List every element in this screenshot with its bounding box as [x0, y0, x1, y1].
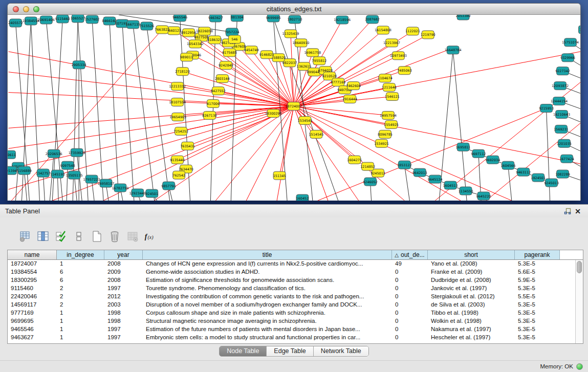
- graph-node[interactable]: 16210643: [553, 110, 570, 118]
- graph-node[interactable]: 10973493: [390, 52, 407, 60]
- table-cell[interactable]: 2: [57, 301, 104, 309]
- graph-node[interactable]: 1604566: [500, 161, 515, 169]
- table-cell[interactable]: Embryonic stem cells: a model to study s…: [143, 334, 392, 342]
- table-cell[interactable]: de Silva et al. (2003): [428, 301, 515, 309]
- table-cell[interactable]: 0: [392, 293, 428, 301]
- table-cell[interactable]: 5.3E-5: [515, 285, 560, 293]
- graph-node[interactable]: 12213967: [383, 39, 400, 47]
- graph-node[interactable]: 8267130: [202, 111, 217, 119]
- close-panel-icon[interactable]: ✕: [573, 207, 583, 216]
- delete-icon[interactable]: [108, 229, 121, 244]
- graph-node[interactable]: 1342757: [36, 169, 51, 177]
- table-cell[interactable]: 49: [392, 260, 428, 268]
- graph-node[interactable]: 151345: [273, 171, 286, 180]
- graph-node[interactable]: 11325419: [282, 30, 299, 38]
- graph-node[interactable]: 1554925: [384, 120, 399, 128]
- graph-node[interactable]: 1214852: [360, 162, 375, 170]
- table-cell[interactable]: 9115460: [8, 285, 57, 293]
- graph-node[interactable]: 14957594: [380, 111, 397, 119]
- graph-node[interactable]: 2405572: [8, 19, 23, 27]
- graph-node[interactable]: 1569231: [554, 125, 569, 133]
- graph-node[interactable]: 18300295: [265, 109, 282, 117]
- graph-node[interactable]: 8096785: [378, 130, 393, 138]
- table-cell[interactable]: Yano et al. (2008): [428, 260, 515, 268]
- table-cell[interactable]: Dudbridge et al. (2008): [428, 276, 515, 285]
- table-cell[interactable]: 1: [57, 334, 104, 342]
- table-cell[interactable]: 2: [57, 293, 104, 301]
- graph-node[interactable]: 1211646: [382, 83, 397, 92]
- graph-node[interactable]: 924501: [145, 189, 158, 198]
- table-cell[interactable]: 5.9E-5: [515, 276, 560, 285]
- graph-node[interactable]: 1145193: [50, 170, 65, 178]
- table-cell[interactable]: Disruption of a novel member of a sodium…: [143, 301, 392, 309]
- graph-node[interactable]: 9463627: [208, 15, 223, 22]
- table-cell[interactable]: 1: [57, 325, 104, 334]
- graph-node[interactable]: 9245013: [544, 179, 559, 187]
- graph-node[interactable]: 8427552: [211, 87, 226, 95]
- table-cell[interactable]: 0: [392, 334, 428, 342]
- graph-node[interactable]: 18724007: [286, 102, 302, 111]
- function-builder-icon[interactable]: f(x): [144, 229, 157, 244]
- graph-node[interactable]: 10543342: [187, 40, 204, 48]
- zoom-window-button[interactable]: [33, 6, 39, 12]
- graph-node[interactable]: 9135440: [170, 156, 185, 164]
- table-cell[interactable]: 5.3E-5: [515, 334, 560, 342]
- table-cell[interactable]: Genome-wide association studies in ADHD.: [143, 268, 392, 276]
- table-cell[interactable]: 2: [57, 285, 104, 293]
- table-cell[interactable]: 0: [392, 301, 428, 309]
- graph-node[interactable]: 9697112: [471, 149, 486, 158]
- rows-icon[interactable]: [72, 229, 85, 244]
- table-cell[interactable]: 2012: [104, 293, 143, 301]
- column-header-pagerank[interactable]: pagerank: [515, 250, 560, 259]
- graph-node[interactable]: 1219790: [421, 31, 435, 39]
- table-cell[interactable]: 0: [392, 325, 428, 334]
- table-cell[interactable]: Franke et al. (2009): [428, 268, 515, 276]
- column-header-short[interactable]: short: [428, 250, 515, 259]
- graph-node[interactable]: 9246052: [363, 178, 378, 186]
- graph-node[interactable]: 762542: [172, 171, 185, 179]
- scrollbar-thumb[interactable]: [577, 261, 582, 273]
- graph-node[interactable]: 1534921: [374, 139, 389, 147]
- graph-node[interactable]: 19654903: [169, 113, 186, 121]
- graph-node[interactable]: 1677424: [559, 155, 574, 163]
- select-rows-icon[interactable]: [54, 229, 68, 244]
- table-cell[interactable]: 2008: [104, 276, 143, 285]
- table-cell[interactable]: 5.3E-5: [515, 260, 560, 268]
- table-cell[interactable]: Stergiakouli et al. (2012): [428, 293, 515, 301]
- table-row[interactable]: 946554611997Estimation of the future num…: [8, 325, 575, 334]
- graph-node[interactable]: 7955812: [312, 57, 326, 65]
- table-row[interactable]: 1938455462009Genome-wide association stu…: [8, 268, 575, 276]
- table-cell[interactable]: Investigating the contribution of common…: [143, 293, 392, 301]
- graph-node[interactable]: 9777169: [331, 78, 345, 86]
- table-row[interactable]: 2242004622012Investigating the contribut…: [8, 293, 575, 301]
- table-cell[interactable]: 2009: [104, 268, 143, 276]
- table-cell[interactable]: 6: [57, 268, 104, 276]
- graph-node[interactable]: 18107554: [169, 98, 186, 106]
- graph-node[interactable]: 7254252: [173, 127, 188, 135]
- graph-node[interactable]: 2916444: [342, 95, 357, 103]
- table-cell[interactable]: 2003: [104, 301, 143, 309]
- graph-node[interactable]: 1527602: [85, 15, 100, 24]
- table-cell[interactable]: Nakamura et al. (1997): [428, 325, 515, 334]
- graph-node[interactable]: 9215953: [539, 104, 554, 113]
- graph-node[interactable]: 19384554: [23, 17, 39, 25]
- vertical-scrollbar[interactable]: [575, 260, 583, 343]
- table-cell[interactable]: 9463627: [8, 334, 57, 342]
- graph-node[interactable]: 8454749: [244, 46, 259, 54]
- table-cell[interactable]: 1998: [104, 309, 143, 317]
- table-cell[interactable]: 1: [57, 260, 104, 268]
- column-header-year[interactable]: year: [104, 250, 143, 259]
- graph-node[interactable]: 160452: [296, 194, 309, 201]
- graph-node[interactable]: 1082289: [555, 170, 570, 178]
- graph-node[interactable]: 1546121: [385, 93, 400, 101]
- table-cell[interactable]: 14569117: [8, 301, 57, 309]
- column-header-name[interactable]: name: [8, 250, 57, 259]
- graph-node[interactable]: 17359928: [69, 148, 85, 157]
- table-cell[interactable]: 5.6E-5: [515, 268, 560, 276]
- graph-node[interactable]: 1853122: [397, 161, 412, 169]
- table-cell[interactable]: 5.5E-5: [515, 293, 560, 301]
- table-cell[interactable]: 18300295: [8, 276, 57, 285]
- graph-node[interactable]: 16648784: [445, 46, 462, 54]
- table-cell[interactable]: 5.3E-5: [515, 325, 560, 334]
- new-document-icon[interactable]: [90, 229, 103, 244]
